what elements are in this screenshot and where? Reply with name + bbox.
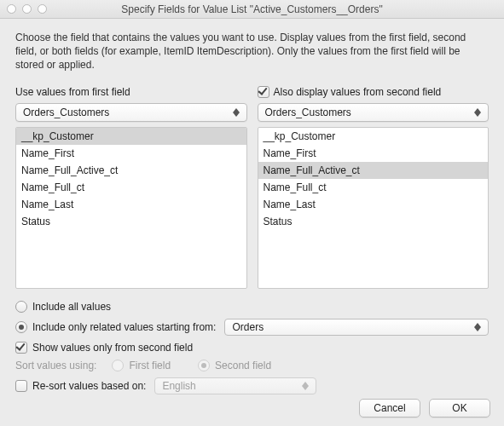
sort-first-label: First field <box>129 360 171 371</box>
second-field-checkbox-label: Also display values from second field <box>274 86 442 98</box>
first-field-listbox[interactable]: __kp_CustomerName_FirstName_Full_Active_… <box>15 127 247 289</box>
sort-second-radio <box>198 360 210 371</box>
window-titlebar: Specify Fields for Value List "Active_Cu… <box>0 0 504 19</box>
list-item[interactable]: Name_First <box>16 145 246 162</box>
include-all-label: Include all values <box>32 301 111 313</box>
list-item[interactable]: Status <box>258 213 489 230</box>
list-item[interactable]: Name_Last <box>16 196 246 213</box>
second-field-table-dropdown[interactable]: Orders_Customers <box>258 103 490 122</box>
cancel-button[interactable]: Cancel <box>359 399 420 417</box>
list-item[interactable]: Name_Full_ct <box>258 179 489 196</box>
show-second-only-label: Show values only from second field <box>32 342 193 354</box>
list-item[interactable]: Name_First <box>258 145 489 162</box>
updown-icon <box>471 106 484 119</box>
ok-button[interactable]: OK <box>429 399 490 417</box>
include-related-value: Orders <box>232 321 264 333</box>
second-field-table-value: Orders_Customers <box>265 106 351 118</box>
zoom-icon[interactable] <box>38 4 47 14</box>
resort-label: Re-sort values based on: <box>32 380 146 392</box>
first-field-table-dropdown[interactable]: Orders_Customers <box>15 103 247 122</box>
list-item[interactable]: Name_Full_ct <box>16 179 246 196</box>
updown-icon <box>229 106 243 119</box>
resort-language-value: English <box>162 380 195 392</box>
sort-first-radio <box>112 360 124 371</box>
resort-language-dropdown: English <box>154 377 316 394</box>
include-related-radio[interactable] <box>15 321 27 333</box>
list-item[interactable]: Status <box>16 213 246 230</box>
list-item[interactable]: Name_Full_Active_ct <box>16 162 246 179</box>
resort-checkbox[interactable] <box>15 380 27 392</box>
sort-second-label: Second field <box>215 360 271 371</box>
show-second-only-checkbox[interactable] <box>15 342 27 354</box>
list-item[interactable]: Name_Last <box>258 196 489 213</box>
list-item[interactable]: Name_Full_Active_ct <box>258 162 489 179</box>
include-related-label: Include only related values starting fro… <box>32 321 216 333</box>
include-all-radio[interactable] <box>15 301 27 313</box>
updown-icon <box>471 320 484 334</box>
updown-icon <box>298 379 312 393</box>
second-field-checkbox[interactable] <box>258 86 269 98</box>
list-item[interactable]: __kp_Customer <box>258 128 489 145</box>
close-icon[interactable] <box>7 4 16 14</box>
second-field-listbox[interactable]: __kp_CustomerName_FirstName_Full_Active_… <box>258 127 490 289</box>
window-title: Specify Fields for Value List "Active_Cu… <box>0 3 504 15</box>
sort-using-label: Sort values using: <box>15 360 96 371</box>
list-item[interactable]: __kp_Customer <box>16 128 246 145</box>
first-field-table-value: Orders_Customers <box>23 106 109 118</box>
minimize-icon[interactable] <box>22 4 32 14</box>
instructions-text: Choose the field that contains the value… <box>15 31 489 72</box>
traffic-lights <box>0 4 47 14</box>
first-field-header: Use values from first field <box>15 84 247 100</box>
include-related-dropdown[interactable]: Orders <box>224 319 489 336</box>
